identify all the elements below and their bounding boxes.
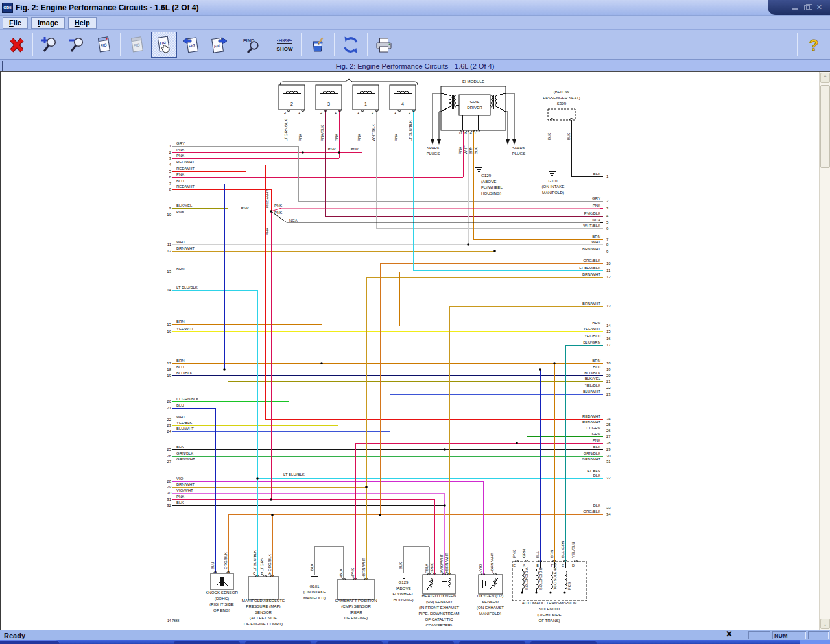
- svg-text:16: 16: [606, 337, 611, 340]
- exit-figure-button[interactable]: [3, 32, 29, 58]
- svg-text:NCA: NCA: [592, 218, 600, 222]
- svg-text:B: B: [440, 570, 443, 574]
- help-button[interactable]: ?: [801, 32, 827, 58]
- next-figure-button[interactable]: FIG: [206, 32, 231, 58]
- taskbar-button[interactable]: [388, 641, 454, 644]
- svg-text:PNK: PNK: [298, 134, 302, 141]
- taskbar-button[interactable]: [459, 641, 525, 644]
- svg-text:A: A: [445, 570, 448, 574]
- notes-button[interactable]: [305, 32, 331, 58]
- vertical-scrollbar[interactable]: ⌃ ⌄: [819, 72, 830, 630]
- svg-text:5: 5: [606, 221, 609, 224]
- previous-figure-button[interactable]: FIG: [178, 32, 204, 58]
- svg-text:PNK: PNK: [335, 134, 338, 141]
- svg-text:(ABOVE: (ABOVE: [396, 586, 410, 590]
- system-tray-partial: [800, 640, 830, 644]
- svg-text:RED/WHT: RED/WHT: [176, 185, 195, 189]
- svg-text:BRN: BRN: [176, 359, 185, 363]
- svg-text:19: 19: [167, 374, 171, 377]
- svg-text:15: 15: [606, 329, 611, 333]
- svg-text:(ON INTAKE: (ON INTAKE: [542, 184, 565, 189]
- svg-text:BLK/YEL: BLK/YEL: [585, 377, 601, 381]
- menu-item-help[interactable]: Help: [68, 17, 97, 29]
- svg-text:WHT/BLK: WHT/BLK: [372, 124, 375, 141]
- menu-item-image[interactable]: Image: [31, 17, 65, 29]
- figure-prev-icon: FIG: [182, 36, 200, 54]
- svg-text:(AT LEFT SIDE: (AT LEFT SIDE: [250, 615, 277, 620]
- svg-text:MANIFOLD): MANIFOLD): [479, 611, 501, 615]
- svg-text:DRIVER: DRIVER: [467, 105, 482, 110]
- svg-text:BLK: BLK: [399, 562, 403, 569]
- svg-text:HEATED OXYGEN: HEATED OXYGEN: [422, 593, 456, 598]
- svg-text:ORG/BLK: ORG/BLK: [583, 259, 600, 263]
- svg-text:?: ?: [809, 36, 819, 54]
- svg-text:28: 28: [167, 479, 171, 483]
- svg-text:2: 2: [169, 150, 172, 154]
- svg-text:2: 2: [480, 570, 482, 574]
- svg-text:C: C: [253, 571, 255, 575]
- svg-text:ORG/BLK: ORG/BLK: [268, 554, 272, 571]
- svg-text:OF ENG): OF ENG): [213, 608, 230, 612]
- svg-text:GRN/WHT: GRN/WHT: [176, 457, 195, 461]
- start-button-partial[interactable]: [0, 640, 60, 644]
- svg-text:OF ENGINE): OF ENGINE): [344, 615, 368, 620]
- svg-text:GRY: GRY: [592, 197, 600, 200]
- minimize-button[interactable]: [792, 8, 798, 10]
- svg-text:2: 2: [409, 111, 410, 115]
- svg-text:B: B: [536, 564, 539, 567]
- zoom-in-button[interactable]: [36, 32, 62, 58]
- restore-button[interactable]: [804, 5, 810, 10]
- menu-item-file[interactable]: File: [3, 17, 28, 29]
- svg-text:B: B: [261, 571, 263, 575]
- svg-text:(RIGHT SIDE: (RIGHT SIDE: [537, 612, 561, 617]
- scrollbar-thumb[interactable]: [820, 85, 830, 168]
- taskbar-button[interactable]: [316, 641, 383, 644]
- svg-text:PNK: PNK: [176, 173, 184, 176]
- print-button[interactable]: [371, 32, 397, 58]
- svg-text:PNK: PNK: [274, 204, 282, 208]
- svg-text:(RIGHT SIDE: (RIGHT SIDE: [209, 602, 233, 606]
- svg-text:LT BLU/BLK: LT BLU/BLK: [253, 550, 257, 571]
- svg-text:19: 19: [606, 368, 611, 372]
- help-question-icon: ?: [805, 36, 823, 54]
- svg-text:(ABOVE: (ABOVE: [481, 179, 496, 184]
- figure-disabled-button[interactable]: FIG: [124, 32, 150, 58]
- hide-show-button[interactable]: HIDE SHOW: [272, 32, 298, 58]
- svg-text:1: 1: [169, 144, 172, 148]
- scroll-up-button[interactable]: ⌃: [820, 73, 830, 83]
- svg-text:3: 3: [169, 156, 172, 160]
- svg-text:PNK: PNK: [176, 495, 184, 499]
- svg-text:PNK/BLK: PNK/BLK: [320, 125, 324, 141]
- refresh-button[interactable]: [338, 32, 364, 58]
- svg-text:WHT: WHT: [176, 415, 185, 419]
- svg-text:LT GRN: LT GRN: [260, 558, 264, 571]
- figure-window-button[interactable]: FIG: [91, 32, 117, 58]
- svg-text:14-7888: 14-7888: [167, 619, 180, 623]
- svg-text:PNK: PNK: [458, 147, 462, 154]
- svg-text:BRN: BRN: [469, 146, 473, 154]
- zoom-out-button[interactable]: [64, 32, 89, 58]
- svg-text:GRN/WHT: GRN/WHT: [582, 457, 600, 461]
- svg-text:15: 15: [167, 322, 171, 326]
- svg-text:HOUSING): HOUSING): [481, 191, 501, 195]
- taskbar-button[interactable]: [245, 641, 311, 644]
- svg-text:32: 32: [167, 503, 171, 507]
- svg-text:4: 4: [401, 102, 404, 106]
- svg-text:27: 27: [167, 460, 171, 464]
- find-button[interactable]: FIND: [239, 32, 265, 58]
- svg-text:BRN/WHT: BRN/WHT: [362, 558, 366, 576]
- scroll-down-button[interactable]: ⌄: [820, 619, 830, 629]
- svg-text:YEL/WHT: YEL/WHT: [583, 327, 600, 331]
- svg-text:PNK: PNK: [394, 134, 398, 141]
- svg-text:C: C: [425, 570, 428, 574]
- svg-text:18: 18: [606, 361, 611, 365]
- figure-select-button[interactable]: FIG: [151, 32, 177, 58]
- taskbar-button[interactable]: [174, 641, 240, 644]
- svg-text:BLK: BLK: [593, 473, 600, 477]
- svg-text:S909: S909: [557, 101, 567, 106]
- figure-viewport[interactable]: 2314COILDRIVEREI MODULESPARKPLUGSSPARKPL…: [0, 71, 830, 630]
- close-button[interactable]: ✕: [816, 4, 822, 11]
- taskbar-button[interactable]: [530, 641, 597, 644]
- svg-text:BLU: BLU: [593, 365, 600, 369]
- svg-text:BLU/WHT: BLU/WHT: [583, 390, 600, 394]
